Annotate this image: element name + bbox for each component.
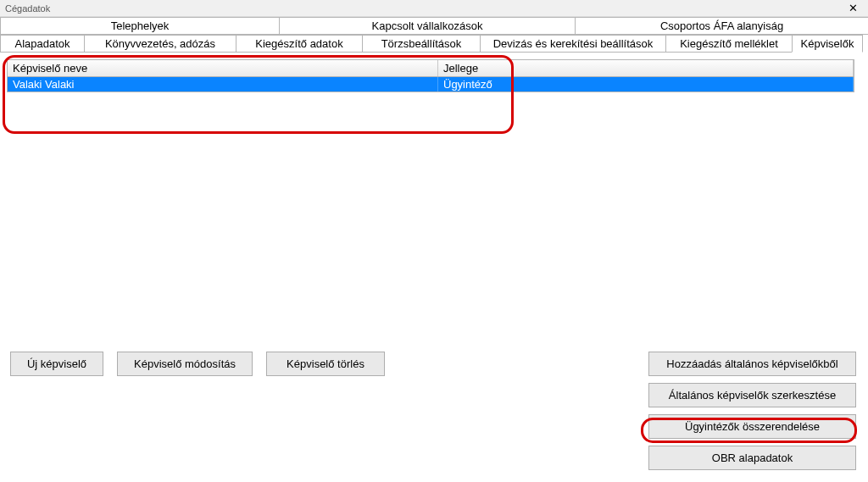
add-from-general-button[interactable]: Hozzáadás általános képviselőkből	[648, 352, 856, 376]
tab-row-lower: Alapadatok Könyvvezetés, adózás Kiegészí…	[0, 35, 868, 53]
edit-representative-button[interactable]: Képviselő módosítás	[117, 352, 253, 376]
grid-header: Képviselő neve Jellege	[7, 59, 854, 77]
table-row[interactable]: Valaki Valaki Ügyintéző	[7, 77, 854, 92]
column-header-type[interactable]: Jellege	[438, 60, 854, 76]
tab-csoportos-afa[interactable]: Csoportos ÁFA alanyiság	[575, 17, 868, 35]
cell-representative-type: Ügyintéző	[438, 77, 854, 91]
titlebar: Cégadatok ✕	[0, 0, 868, 17]
tab-kapcsolt-vallalkozasok[interactable]: Kapcsolt vállalkozások	[279, 17, 576, 35]
tab-telephelyek[interactable]: Telephelyek	[0, 17, 280, 35]
tab-devizas-kerekitesi[interactable]: Devizás és kerekítési beállítások	[480, 35, 666, 53]
assign-administrators-button[interactable]: Ügyintézők összerendelése	[648, 414, 856, 439]
tab-torzsbeallitasok[interactable]: Törzsbeállítások	[362, 35, 481, 53]
obr-basedata-button[interactable]: OBR alapadatok	[648, 446, 856, 470]
tab-kiegeszito-adatok[interactable]: Kiegészítő adatok	[236, 35, 363, 53]
cell-representative-name: Valaki Valaki	[8, 77, 438, 91]
tab-row-upper: Telephelyek Kapcsolt vállalkozások Csopo…	[0, 17, 868, 35]
tab-konyvvezetes-adozas[interactable]: Könyvvezetés, adózás	[84, 35, 236, 53]
window-title: Cégadatok	[3, 3, 50, 14]
column-header-name[interactable]: Képviselő neve	[8, 60, 438, 76]
tab-alapadatok[interactable]: Alapadatok	[0, 35, 85, 53]
tab-content: Képviselő neve Jellege Valaki Valaki Ügy…	[0, 53, 868, 341]
tab-kepviselok[interactable]: Képviselők	[792, 35, 863, 53]
delete-representative-button[interactable]: Képviselő törlés	[266, 352, 385, 376]
edit-general-representatives-button[interactable]: Általános képviselők szerkesztése	[648, 383, 856, 407]
tab-kiegeszito-melleklet[interactable]: Kiegészítő melléklet	[665, 35, 793, 53]
close-icon[interactable]: ✕	[841, 1, 865, 16]
representatives-grid: Képviselő neve Jellege Valaki Valaki Ügy…	[7, 59, 854, 92]
new-representative-button[interactable]: Új képviselő	[10, 352, 103, 376]
